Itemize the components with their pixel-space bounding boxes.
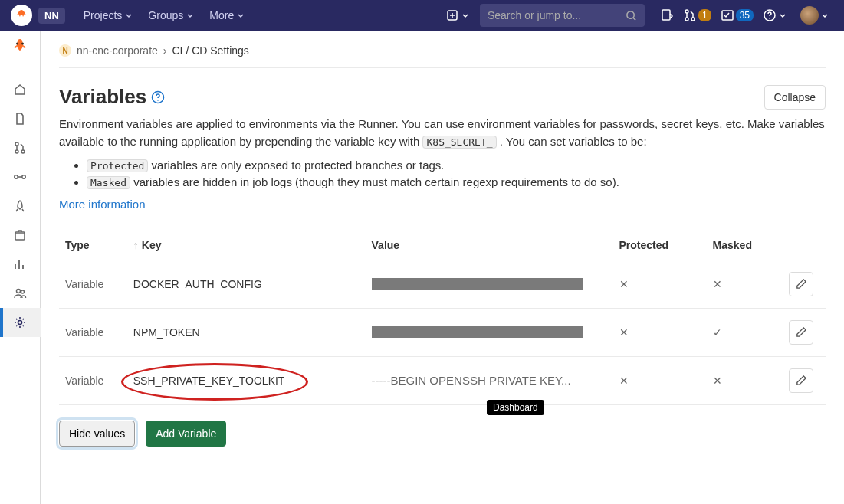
x-icon: ✕ — [713, 375, 722, 387]
col-protected[interactable]: Protected — [613, 231, 707, 260]
home-icon — [13, 83, 27, 97]
masked-text: variables are hidden in job logs (though… — [130, 175, 619, 188]
project-badge-icon: N — [59, 44, 71, 57]
user-menu[interactable] — [796, 6, 829, 25]
edit-button[interactable] — [789, 272, 813, 296]
sidebar-repository[interactable] — [0, 104, 41, 133]
sidebar-members[interactable] — [0, 279, 41, 308]
pencil-icon — [796, 375, 807, 386]
todo-icon — [721, 8, 734, 22]
svg-point-21 — [157, 100, 159, 101]
sidebar-analytics[interactable] — [0, 250, 41, 279]
section-title: Variables — [59, 85, 146, 109]
protected-text: variables are only exposed to protected … — [148, 159, 444, 172]
col-type[interactable]: Type — [59, 231, 127, 260]
todos-link[interactable]: 35 — [721, 8, 754, 22]
x-icon: ✕ — [713, 278, 722, 290]
svg-point-3 — [685, 10, 688, 13]
svg-point-17 — [17, 290, 21, 293]
svg-point-14 — [15, 175, 18, 178]
sidebar-merge-requests[interactable] — [0, 133, 41, 162]
help-icon[interactable] — [151, 90, 165, 104]
tooltip-dashboard: Dashboard — [487, 400, 544, 415]
nav-projects[interactable]: Projects — [76, 9, 141, 21]
cell-masked: ✕ — [707, 356, 783, 404]
section-header: Variables — [59, 85, 764, 109]
cell-key: SSH_PRIVATE_KEY_TOOLKIT — [127, 356, 366, 404]
edit-button[interactable] — [789, 320, 813, 345]
app-logo[interactable] — [11, 5, 32, 26]
col-actions — [783, 231, 826, 260]
left-sidebar — [0, 31, 41, 504]
cell-actions — [783, 308, 826, 356]
collapse-button[interactable]: Collapse — [764, 85, 826, 110]
merge-request-icon — [13, 141, 27, 155]
sidebar-deployments[interactable] — [0, 191, 41, 221]
protected-code: Protected — [87, 159, 148, 172]
file-icon — [13, 112, 27, 126]
hide-values-button[interactable]: Hide values — [59, 421, 135, 447]
cell-key: NPM_TOKEN — [127, 308, 366, 356]
search-placeholder: Search or jump to... — [488, 9, 626, 21]
sidebar-packages[interactable] — [0, 221, 41, 250]
cell-type: Variable — [59, 308, 127, 356]
gear-icon — [13, 316, 27, 329]
cell-type: Variable — [59, 356, 127, 404]
issues-link[interactable] — [660, 8, 674, 22]
nav-groups-label: Groups — [148, 9, 183, 21]
breadcrumb: N nn-cnc-corporate › CI / CD Settings — [59, 44, 826, 68]
chevron-down-icon — [237, 11, 245, 19]
svg-point-19 — [18, 321, 22, 325]
help-dropdown[interactable] — [763, 8, 787, 22]
col-key-label: Key — [142, 239, 162, 251]
col-masked[interactable]: Masked — [707, 231, 783, 260]
nav-more[interactable]: More — [202, 9, 252, 21]
new-dropdown[interactable] — [446, 9, 469, 21]
sidebar-cicd[interactable] — [0, 162, 41, 191]
issues-icon — [660, 8, 674, 22]
cell-protected: ✕ — [613, 308, 707, 356]
edit-button[interactable] — [789, 368, 813, 393]
nav-groups[interactable]: Groups — [140, 9, 202, 21]
col-value[interactable]: Value — [366, 231, 613, 260]
circled-highlight: SSH_PRIVATE_KEY_TOOLKIT — [133, 375, 285, 387]
home-link[interactable]: NN — [38, 8, 65, 24]
mr-count-badge: 1 — [698, 9, 711, 21]
x-icon: ✕ — [619, 375, 629, 387]
project-avatar[interactable] — [7, 35, 33, 61]
table-row: Variable DOCKER_AUTH_CONFIG ✕ ✕ — [59, 260, 826, 308]
sidebar-settings[interactable] — [0, 308, 41, 337]
pencil-icon — [796, 326, 807, 338]
sidebar-overview[interactable] — [0, 75, 41, 104]
svg-point-4 — [685, 18, 688, 21]
more-information-link[interactable]: More information — [59, 198, 146, 211]
masked-code: Masked — [87, 176, 130, 189]
user-avatar — [800, 6, 819, 25]
cell-masked: ✓ — [707, 308, 783, 356]
merge-requests-link[interactable]: 1 — [683, 8, 711, 22]
cell-value — [366, 308, 613, 356]
chevron-down-icon — [461, 11, 469, 19]
breadcrumb-project[interactable]: nn-cnc-corporate — [77, 44, 158, 57]
actions-row: Hide values Add Variable — [59, 421, 826, 447]
search-input[interactable]: Search or jump to... — [480, 4, 645, 27]
pipeline-icon — [13, 170, 27, 184]
svg-point-1 — [627, 11, 634, 18]
chevron-down-icon — [186, 11, 194, 19]
cell-value — [366, 260, 613, 308]
table-row: Variable SSH_PRIVATE_KEY_TOOLKIT -----BE… — [59, 356, 826, 404]
list-item: Protected variables are only exposed to … — [87, 159, 826, 172]
search-icon — [626, 10, 637, 21]
svg-point-9 — [16, 43, 18, 45]
plus-icon — [446, 9, 458, 21]
package-icon — [13, 228, 27, 242]
add-variable-button[interactable]: Add Variable — [146, 421, 226, 447]
desc-text-post: . You can set variables to be: — [500, 135, 647, 148]
col-key[interactable]: ↑Key — [127, 231, 366, 260]
cell-protected: ✕ — [613, 356, 707, 404]
x-icon: ✕ — [619, 326, 629, 339]
svg-point-10 — [21, 43, 24, 45]
chevron-down-icon — [125, 11, 133, 19]
svg-point-8 — [769, 18, 770, 19]
value-text: -----BEGIN OPENSSH PRIVATE KEY... — [372, 374, 571, 387]
